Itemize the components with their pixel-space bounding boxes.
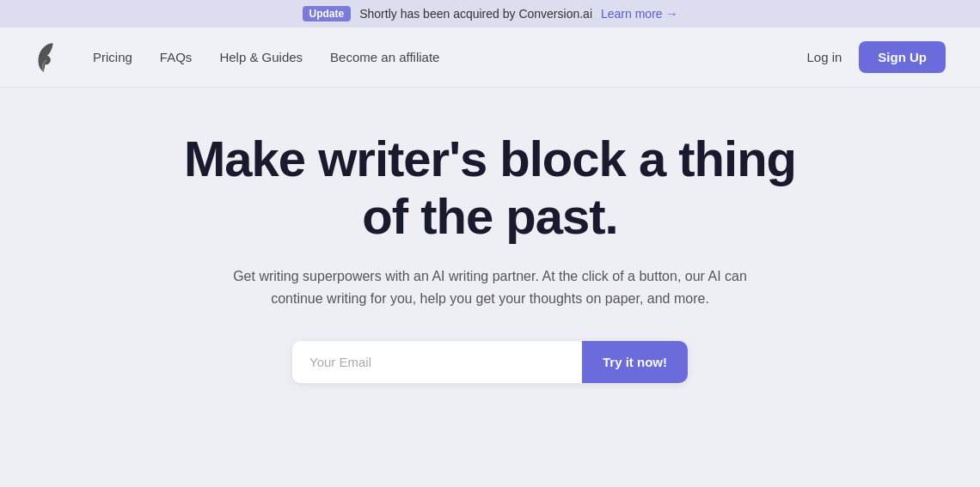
navbar: Pricing FAQs Help & Guides Become an aff… (0, 27, 980, 88)
announcement-bar: Update Shortly has been acquired by Conv… (0, 0, 980, 27)
feather-logo-icon (34, 42, 58, 73)
logo[interactable] (34, 42, 58, 73)
email-form: Try it now! (292, 341, 688, 383)
nav-faqs[interactable]: FAQs (160, 50, 193, 64)
hero-subtitle: Get writing superpowers with an AI writi… (215, 265, 765, 309)
navbar-nav: Pricing FAQs Help & Guides Become an aff… (93, 50, 806, 64)
hero-section: Make writer's block a thing of the past.… (0, 88, 980, 417)
announcement-link[interactable]: Learn more → (601, 7, 677, 21)
hero-title: Make writer's block a thing of the past. (181, 131, 799, 245)
announcement-badge: Update (303, 6, 352, 21)
nav-help-guides[interactable]: Help & Guides (219, 50, 303, 64)
signup-button[interactable]: Sign Up (859, 41, 946, 73)
navbar-actions: Log in Sign Up (806, 41, 946, 73)
nav-pricing[interactable]: Pricing (93, 50, 132, 64)
try-now-button[interactable]: Try it now! (582, 341, 688, 383)
login-link[interactable]: Log in (806, 50, 842, 64)
announcement-text: Shortly has been acquired by Conversion.… (359, 7, 592, 21)
nav-affiliate[interactable]: Become an affiliate (330, 50, 439, 64)
email-input[interactable] (292, 341, 582, 383)
